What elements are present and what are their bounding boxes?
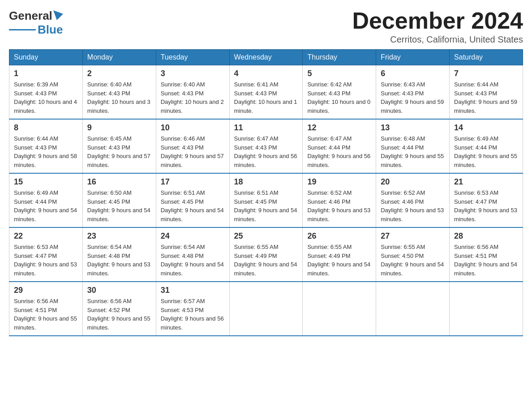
- day-number: 7: [454, 69, 518, 78]
- day-number: 17: [161, 177, 225, 187]
- day-number: 8: [14, 123, 78, 133]
- day-number: 14: [454, 123, 518, 133]
- day-number: 10: [161, 123, 225, 133]
- day-number: 13: [381, 123, 445, 133]
- header-saturday: Saturday: [450, 50, 523, 65]
- calendar-cell: 18 Sunrise: 6:51 AM Sunset: 4:45 PM Dayl…: [229, 173, 303, 227]
- calendar-cell: [376, 282, 450, 336]
- day-number: 26: [307, 231, 371, 241]
- day-number: 20: [381, 177, 445, 187]
- day-info: Sunrise: 6:52 AM Sunset: 4:46 PM Dayligh…: [307, 188, 371, 223]
- calendar-week-row: 15 Sunrise: 6:49 AM Sunset: 4:44 PM Dayl…: [9, 173, 523, 227]
- calendar-cell: 6 Sunrise: 6:43 AM Sunset: 4:43 PM Dayli…: [376, 65, 450, 120]
- day-info: Sunrise: 6:53 AM Sunset: 4:47 PM Dayligh…: [14, 243, 78, 278]
- day-number: 11: [234, 123, 298, 133]
- header-sunday: Sunday: [9, 50, 83, 65]
- header-friday: Friday: [376, 50, 450, 65]
- calendar-cell: 1 Sunrise: 6:39 AM Sunset: 4:43 PM Dayli…: [9, 65, 83, 120]
- calendar-cell: 16 Sunrise: 6:50 AM Sunset: 4:45 PM Dayl…: [82, 173, 156, 227]
- calendar-cell: 10 Sunrise: 6:46 AM Sunset: 4:43 PM Dayl…: [156, 119, 229, 173]
- calendar-cell: 2 Sunrise: 6:40 AM Sunset: 4:43 PM Dayli…: [82, 65, 156, 120]
- calendar-cell: 14 Sunrise: 6:49 AM Sunset: 4:44 PM Dayl…: [450, 119, 523, 173]
- calendar-cell: 20 Sunrise: 6:52 AM Sunset: 4:46 PM Dayl…: [376, 173, 450, 227]
- calendar-week-row: 29 Sunrise: 6:56 AM Sunset: 4:51 PM Dayl…: [9, 282, 523, 336]
- day-number: 25: [234, 231, 298, 241]
- calendar-cell: 23 Sunrise: 6:54 AM Sunset: 4:48 PM Dayl…: [82, 227, 156, 282]
- calendar-cell: 7 Sunrise: 6:44 AM Sunset: 4:43 PM Dayli…: [450, 65, 523, 120]
- title-block: December 2024 Cerritos, California, Unit…: [352, 9, 523, 45]
- day-number: 16: [87, 177, 151, 187]
- day-number: 6: [381, 69, 445, 78]
- calendar-header-row: Sunday Monday Tuesday Wednesday Thursday…: [9, 50, 523, 65]
- day-info: Sunrise: 6:49 AM Sunset: 4:44 PM Dayligh…: [454, 134, 518, 169]
- calendar-cell: 3 Sunrise: 6:40 AM Sunset: 4:43 PM Dayli…: [156, 65, 229, 120]
- header-tuesday: Tuesday: [156, 50, 229, 65]
- calendar-cell: 30 Sunrise: 6:56 AM Sunset: 4:52 PM Dayl…: [82, 282, 156, 336]
- logo: General Blue: [9, 9, 63, 37]
- calendar-cell: 5 Sunrise: 6:42 AM Sunset: 4:43 PM Dayli…: [303, 65, 376, 120]
- day-number: 21: [454, 177, 518, 187]
- calendar-cell: 27 Sunrise: 6:55 AM Sunset: 4:50 PM Dayl…: [376, 227, 450, 282]
- day-info: Sunrise: 6:45 AM Sunset: 4:43 PM Dayligh…: [87, 134, 151, 169]
- calendar-cell: 28 Sunrise: 6:56 AM Sunset: 4:51 PM Dayl…: [450, 227, 523, 282]
- logo-text-general: General: [9, 9, 52, 23]
- calendar-cell: 13 Sunrise: 6:48 AM Sunset: 4:44 PM Dayl…: [376, 119, 450, 173]
- day-number: 30: [87, 286, 151, 295]
- day-info: Sunrise: 6:40 AM Sunset: 4:43 PM Dayligh…: [87, 80, 151, 115]
- calendar-cell: 11 Sunrise: 6:47 AM Sunset: 4:43 PM Dayl…: [229, 119, 303, 173]
- day-info: Sunrise: 6:55 AM Sunset: 4:49 PM Dayligh…: [307, 243, 371, 278]
- day-number: 24: [161, 231, 225, 241]
- calendar-week-row: 22 Sunrise: 6:53 AM Sunset: 4:47 PM Dayl…: [9, 227, 523, 282]
- calendar-cell: [229, 282, 303, 336]
- calendar-cell: [450, 282, 523, 336]
- day-number: 22: [14, 231, 78, 241]
- header-monday: Monday: [82, 50, 156, 65]
- day-info: Sunrise: 6:54 AM Sunset: 4:48 PM Dayligh…: [87, 243, 151, 278]
- day-info: Sunrise: 6:46 AM Sunset: 4:43 PM Dayligh…: [161, 134, 225, 169]
- day-number: 2: [87, 69, 151, 78]
- calendar-cell: 24 Sunrise: 6:54 AM Sunset: 4:48 PM Dayl…: [156, 227, 229, 282]
- calendar-cell: 22 Sunrise: 6:53 AM Sunset: 4:47 PM Dayl…: [9, 227, 83, 282]
- calendar-cell: 8 Sunrise: 6:44 AM Sunset: 4:43 PM Dayli…: [9, 119, 83, 173]
- day-info: Sunrise: 6:51 AM Sunset: 4:45 PM Dayligh…: [161, 188, 225, 223]
- calendar-cell: 15 Sunrise: 6:49 AM Sunset: 4:44 PM Dayl…: [9, 173, 83, 227]
- day-info: Sunrise: 6:48 AM Sunset: 4:44 PM Dayligh…: [381, 134, 445, 169]
- location-subtitle: Cerritos, California, United States: [352, 34, 523, 45]
- day-info: Sunrise: 6:47 AM Sunset: 4:43 PM Dayligh…: [234, 134, 298, 169]
- day-info: Sunrise: 6:44 AM Sunset: 4:43 PM Dayligh…: [454, 80, 518, 115]
- month-year-title: December 2024: [352, 9, 523, 32]
- day-number: 9: [87, 123, 151, 133]
- day-number: 5: [307, 69, 371, 78]
- calendar-cell: 29 Sunrise: 6:56 AM Sunset: 4:51 PM Dayl…: [9, 282, 83, 336]
- calendar-cell: 19 Sunrise: 6:52 AM Sunset: 4:46 PM Dayl…: [303, 173, 376, 227]
- day-info: Sunrise: 6:56 AM Sunset: 4:51 PM Dayligh…: [454, 243, 518, 278]
- day-info: Sunrise: 6:49 AM Sunset: 4:44 PM Dayligh…: [14, 188, 78, 223]
- day-info: Sunrise: 6:56 AM Sunset: 4:52 PM Dayligh…: [87, 297, 151, 332]
- day-info: Sunrise: 6:41 AM Sunset: 4:43 PM Dayligh…: [234, 80, 298, 115]
- calendar-cell: 12 Sunrise: 6:47 AM Sunset: 4:44 PM Dayl…: [303, 119, 376, 173]
- calendar-week-row: 1 Sunrise: 6:39 AM Sunset: 4:43 PM Dayli…: [9, 65, 523, 120]
- day-info: Sunrise: 6:42 AM Sunset: 4:43 PM Dayligh…: [307, 80, 371, 115]
- svg-marker-0: [53, 10, 63, 20]
- page-header: General Blue December 2024 Cerritos, Cal…: [9, 9, 523, 45]
- calendar-cell: 9 Sunrise: 6:45 AM Sunset: 4:43 PM Dayli…: [82, 119, 156, 173]
- day-number: 12: [307, 123, 371, 133]
- day-number: 1: [14, 69, 78, 78]
- day-info: Sunrise: 6:53 AM Sunset: 4:47 PM Dayligh…: [454, 188, 518, 223]
- logo-underline: [9, 29, 36, 30]
- day-info: Sunrise: 6:47 AM Sunset: 4:44 PM Dayligh…: [307, 134, 371, 169]
- day-info: Sunrise: 6:52 AM Sunset: 4:46 PM Dayligh…: [381, 188, 445, 223]
- calendar-cell: 17 Sunrise: 6:51 AM Sunset: 4:45 PM Dayl…: [156, 173, 229, 227]
- day-number: 4: [234, 69, 298, 78]
- logo-triangle-icon: [53, 10, 63, 20]
- day-info: Sunrise: 6:54 AM Sunset: 4:48 PM Dayligh…: [161, 243, 225, 278]
- calendar-cell: 31 Sunrise: 6:57 AM Sunset: 4:53 PM Dayl…: [156, 282, 229, 336]
- calendar-week-row: 8 Sunrise: 6:44 AM Sunset: 4:43 PM Dayli…: [9, 119, 523, 173]
- day-info: Sunrise: 6:55 AM Sunset: 4:50 PM Dayligh…: [381, 243, 445, 278]
- header-wednesday: Wednesday: [229, 50, 303, 65]
- day-number: 29: [14, 286, 78, 295]
- day-info: Sunrise: 6:44 AM Sunset: 4:43 PM Dayligh…: [14, 134, 78, 169]
- calendar-cell: 4 Sunrise: 6:41 AM Sunset: 4:43 PM Dayli…: [229, 65, 303, 120]
- day-info: Sunrise: 6:55 AM Sunset: 4:49 PM Dayligh…: [234, 243, 298, 278]
- day-info: Sunrise: 6:43 AM Sunset: 4:43 PM Dayligh…: [381, 80, 445, 115]
